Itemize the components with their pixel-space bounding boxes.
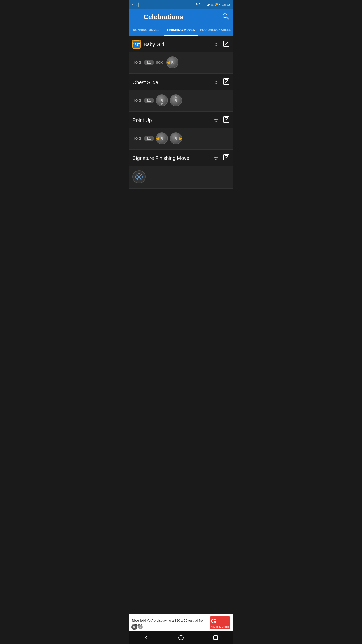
joystick-point-1: R ◀: [156, 132, 168, 144]
ad-info-button[interactable]: i: [138, 625, 143, 629]
move-header-left-2: Chest Slide: [132, 79, 158, 85]
app-bar-left: Celebrations: [133, 13, 183, 21]
move-name-point-up: Point Up: [132, 117, 152, 123]
hold-label-1: Hold: [132, 60, 141, 65]
signal-icon: [202, 3, 206, 7]
svg-line-15: [225, 118, 228, 120]
status-bar-right: 34% ⚡ 02:22: [196, 3, 230, 7]
usb-icon: ⚓: [136, 2, 141, 7]
move-controls-chest-slide: Hold L1 R ▼ R ▲: [129, 90, 233, 111]
favorite-button-chest-slide[interactable]: ☆: [213, 79, 219, 86]
recents-button[interactable]: [211, 633, 221, 643]
menu-button[interactable]: [133, 15, 139, 19]
move-actions-signature: ☆: [213, 154, 230, 162]
move-card-chest-slide: Chest Slide ☆ Hold L1 R ▼: [129, 74, 233, 112]
ad-close-button[interactable]: ✕: [131, 624, 137, 630]
admob-label: AdMob by Google: [211, 626, 229, 628]
tab-finishing-moves[interactable]: FINISHING MOVES: [164, 25, 198, 36]
tab-bar: RUNNING MOVES FINISHING MOVES PRO UNLOCK…: [129, 25, 233, 36]
admob-logo-letter: G: [211, 617, 229, 625]
svg-rect-0: [202, 5, 202, 6]
detail-button-chest-slide[interactable]: [223, 78, 230, 86]
l1-button-3: L1: [144, 136, 154, 141]
move-actions-chest-slide: ☆: [213, 78, 230, 86]
x-button-signature: [132, 170, 146, 183]
move-header-left-4: Signature Finishing Move: [132, 155, 189, 161]
move-header-left-3: Point Up: [132, 117, 152, 123]
move-header-left: 1717 Baby Girl: [132, 40, 164, 48]
arrow-left-point: ◀: [156, 136, 159, 141]
ad-banner: Nice job! You're displaying a 320 x 50 t…: [129, 614, 233, 631]
move-card-point-up: Point Up ☆ Hold L1 R ◀ R: [129, 112, 233, 150]
move-header-baby-girl: 1717 Baby Girl ☆: [129, 36, 233, 52]
move-actions-point-up: ☆: [213, 116, 230, 124]
arrow-up-chest: ▲: [174, 94, 178, 99]
home-button[interactable]: [176, 633, 186, 643]
arrow-right-point: ▶: [179, 136, 182, 141]
svg-rect-5: [219, 4, 220, 5]
upload-icon: ↑: [132, 3, 134, 7]
favorite-button-signature[interactable]: ☆: [213, 155, 219, 162]
moves-list: 1717 Baby Girl ☆ Hold L1 hold R ◀: [129, 36, 233, 189]
svg-point-21: [179, 635, 183, 640]
svg-line-9: [227, 17, 229, 19]
move-card-baby-girl: 1717 Baby Girl ☆ Hold L1 hold R ◀: [129, 36, 233, 74]
ad-content: Nice job! You're displaying a 320 x 50 t…: [132, 618, 210, 627]
joystick-baby-girl: R ◀: [166, 56, 178, 68]
app-bar: Celebrations: [129, 9, 233, 25]
move-header-point-up: Point Up ☆: [129, 112, 233, 128]
move-name-signature: Signature Finishing Move: [132, 155, 189, 161]
hold-label-point: Hold: [132, 136, 141, 141]
move-controls-point-up: Hold L1 R ◀ R ▶: [129, 128, 233, 149]
detail-button-point-up[interactable]: [223, 116, 230, 124]
joystick-chest-2: R ▲: [170, 94, 182, 106]
status-bar-left: ↑ ⚓: [132, 2, 141, 7]
detail-button-baby-girl[interactable]: [223, 40, 230, 48]
svg-rect-1: [203, 4, 203, 6]
hold-label-2: hold: [156, 60, 163, 65]
arrow-left-baby-girl: ◀: [166, 60, 169, 65]
ad-bold-text: Nice job!: [132, 619, 146, 622]
joystick-point-2: R ▶: [170, 132, 182, 144]
svg-rect-2: [204, 4, 204, 6]
move-header-signature: Signature Finishing Move ☆: [129, 150, 233, 166]
move-actions-baby-girl: ☆: [213, 40, 230, 48]
tab-pro-unlockables[interactable]: PRO UNLOCKABLES: [198, 25, 233, 36]
move-name-chest-slide: Chest Slide: [132, 79, 158, 85]
status-bar: ↑ ⚓ 34% ⚡: [129, 0, 233, 9]
l1-button-2: L1: [144, 98, 154, 103]
tab-running-moves[interactable]: RUNNING MOVES: [129, 25, 164, 36]
joystick-chest-1: R ▼: [156, 94, 168, 106]
move-badge-baby-girl: 1717: [132, 40, 141, 48]
page-title: Celebrations: [144, 13, 183, 21]
move-card-signature: Signature Finishing Move ☆: [129, 150, 233, 189]
back-button[interactable]: [141, 633, 151, 643]
battery-percent: 34%: [207, 3, 214, 7]
svg-line-13: [225, 80, 228, 82]
battery-icon: ⚡: [215, 3, 220, 7]
move-controls-baby-girl: Hold L1 hold R ◀: [129, 52, 233, 73]
nav-bar: [129, 631, 233, 644]
wifi-icon: [196, 3, 200, 7]
favorite-button-baby-girl[interactable]: ☆: [213, 41, 219, 48]
svg-line-17: [225, 156, 228, 158]
move-name-baby-girl: Baby Girl: [144, 42, 164, 47]
favorite-button-point-up[interactable]: ☆: [213, 117, 219, 124]
svg-rect-3: [205, 3, 205, 6]
l1-button-1: L1: [144, 60, 154, 65]
search-button[interactable]: [222, 13, 229, 21]
svg-line-11: [225, 42, 228, 44]
svg-text:⚡: ⚡: [216, 4, 218, 6]
move-header-chest-slide: Chest Slide ☆: [129, 74, 233, 90]
arrow-down-chest: ▼: [160, 102, 164, 106]
svg-rect-22: [214, 636, 218, 640]
admob-logo: G AdMob by Google: [210, 616, 230, 629]
time-display: 02:22: [222, 3, 230, 7]
move-controls-signature: [129, 166, 233, 188]
detail-button-signature[interactable]: [223, 154, 230, 162]
ad-text: Nice job! You're displaying a 320 x 50 t…: [132, 619, 205, 627]
hold-label-chest: Hold: [132, 98, 141, 103]
